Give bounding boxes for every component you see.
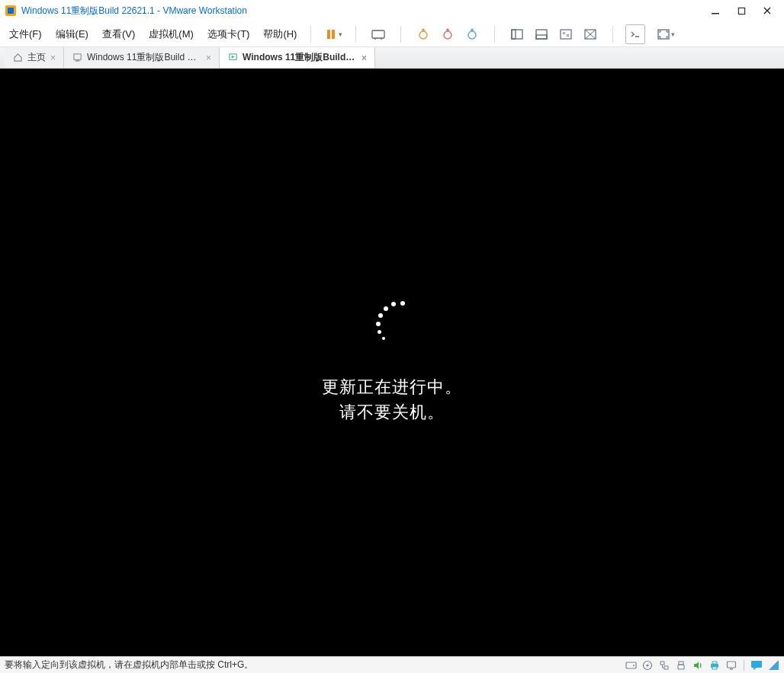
tab-vm2-active[interactable]: Windows 11重制版Build 2... × (220, 47, 375, 68)
toolbar-separator (400, 26, 401, 43)
view-unity-button[interactable] (580, 24, 600, 44)
svg-rect-17 (73, 54, 80, 59)
message-log-icon[interactable] (750, 659, 763, 671)
chevron-down-icon: ▾ (671, 30, 675, 38)
svg-rect-3 (738, 8, 744, 14)
sound-icon[interactable] (692, 659, 704, 671)
svg-rect-5 (332, 30, 335, 39)
home-icon (12, 53, 23, 63)
display-icon[interactable] (725, 659, 737, 671)
network-icon[interactable] (658, 659, 670, 671)
svg-rect-2 (712, 13, 719, 14)
svg-rect-31 (728, 662, 736, 668)
menu-view[interactable]: 查看(V) (101, 24, 137, 44)
app-icon (5, 5, 17, 17)
snapshot-group (413, 24, 482, 44)
svg-rect-1 (8, 8, 14, 14)
svg-rect-14 (561, 30, 571, 39)
window-title: Windows 11重制版Build 22621.1 - VMware Work… (21, 5, 247, 18)
resize-grip-icon (767, 659, 779, 671)
console-view-button[interactable] (625, 24, 645, 44)
svg-rect-26 (679, 662, 683, 665)
svg-rect-11 (512, 30, 516, 39)
svg-rect-24 (660, 662, 664, 665)
close-icon[interactable]: × (50, 53, 56, 63)
view-console-button[interactable] (532, 24, 551, 44)
view-single-button[interactable] (507, 24, 527, 44)
menu-file[interactable]: 文件(F) (8, 24, 43, 44)
svg-point-8 (444, 31, 451, 39)
svg-rect-12 (536, 30, 547, 39)
tab-home[interactable]: 主页 × (5, 47, 64, 68)
menu-help[interactable]: 帮助(H) (262, 24, 298, 44)
svg-rect-20 (626, 662, 636, 668)
window-controls (709, 5, 781, 17)
menubar: 文件(F) 编辑(E) 查看(V) 虚拟机(M) 选项卡(T) 帮助(H) ▾ (0, 21, 784, 47)
revert-snapshot-button[interactable] (438, 24, 458, 44)
update-line1: 更新正在进行中。 (322, 374, 462, 399)
update-message: 更新正在进行中。 请不要关机。 (322, 374, 462, 425)
close-button[interactable] (761, 5, 773, 17)
chevron-down-icon: ▾ (339, 30, 342, 38)
toolbar-separator (612, 26, 613, 43)
svg-rect-29 (712, 662, 717, 664)
view-group (507, 24, 600, 44)
fullscreen-button[interactable]: ▾ (656, 24, 676, 44)
view-thumbnail-button[interactable] (556, 24, 576, 44)
svg-rect-18 (75, 60, 79, 61)
svg-point-23 (647, 664, 649, 666)
toolbar-separator (494, 26, 495, 43)
svg-point-9 (468, 31, 476, 39)
pause-vm-button[interactable]: ▾ (323, 24, 343, 44)
svg-rect-33 (751, 661, 762, 668)
tab-strip: 主页 × Windows 11重制版Build 2200... × Window… (0, 47, 784, 69)
tab-label: Windows 11重制版Build 2... (243, 51, 357, 64)
tab-label: Windows 11重制版Build 2200... (87, 51, 201, 64)
menu-edit[interactable]: 编辑(E) (54, 24, 90, 44)
svg-point-7 (419, 31, 427, 39)
update-line2: 请不要关机。 (322, 399, 462, 425)
svg-rect-4 (327, 30, 330, 39)
printer-icon[interactable] (708, 659, 721, 671)
vm-icon (72, 53, 82, 63)
svg-rect-32 (730, 668, 733, 670)
cd-icon[interactable] (641, 659, 654, 671)
svg-rect-27 (678, 665, 684, 669)
status-message: 要将输入定向到该虚拟机，请在虚拟机内部单击或按 Ctrl+G。 (5, 659, 625, 671)
svg-rect-6 (372, 30, 384, 38)
window-titlebar: Windows 11重制版Build 22621.1 - VMware Work… (0, 0, 784, 21)
menu-tabs[interactable]: 选项卡(T) (206, 24, 252, 44)
svg-rect-25 (664, 666, 668, 669)
menu-vm[interactable]: 虚拟机(M) (147, 24, 195, 44)
maximize-button[interactable] (735, 5, 747, 17)
statusbar: 要将输入定向到该虚拟机，请在虚拟机内部单击或按 Ctrl+G。 (0, 656, 784, 673)
loading-spinner-icon (374, 301, 410, 336)
send-ctrl-alt-del-button[interactable] (368, 24, 388, 44)
close-icon[interactable]: × (361, 53, 367, 63)
svg-rect-10 (512, 30, 522, 39)
vm-running-icon (227, 53, 238, 63)
svg-rect-30 (712, 667, 717, 669)
toolbar-separator (310, 26, 311, 43)
harddisk-icon[interactable] (625, 659, 637, 671)
close-icon[interactable]: × (206, 53, 211, 63)
snapshot-manager-button[interactable] (462, 24, 482, 44)
status-separator (744, 660, 744, 671)
svg-point-21 (633, 665, 635, 666)
minimize-button[interactable] (709, 5, 721, 17)
toolbar-separator (355, 26, 356, 43)
vm-display[interactable]: 更新正在进行中。 请不要关机。 (0, 69, 784, 656)
tab-label: 主页 (27, 51, 46, 64)
take-snapshot-button[interactable] (413, 24, 433, 44)
svg-rect-13 (536, 35, 547, 39)
tab-vm1[interactable]: Windows 11重制版Build 2200... × (64, 47, 220, 68)
usb-icon[interactable] (675, 659, 687, 671)
status-icons (625, 659, 779, 671)
